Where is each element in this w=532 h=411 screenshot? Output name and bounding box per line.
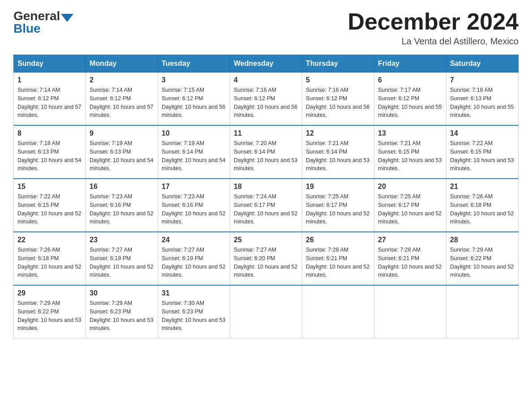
day-of-week-header: Monday [86,55,158,73]
day-number: 8 [17,129,82,137]
logo-arrow-icon [61,14,73,22]
day-info: Sunrise: 7:17 AMSunset: 6:12 PMDaylight:… [378,86,442,120]
day-info: Sunrise: 7:19 AMSunset: 6:14 PMDaylight:… [162,139,226,173]
day-number: 12 [306,129,370,137]
day-info: Sunrise: 7:27 AMSunset: 6:19 PMDaylight:… [90,246,154,279]
calendar-day-cell: 14 Sunrise: 7:22 AMSunset: 6:15 PMDaylig… [446,125,519,179]
calendar-day-cell: 26 Sunrise: 7:28 AMSunset: 6:21 PMDaylig… [302,232,374,285]
calendar-week-row: 15 Sunrise: 7:22 AMSunset: 6:15 PMDaylig… [14,179,519,232]
day-number: 24 [162,236,226,244]
day-number: 31 [162,289,226,297]
day-number: 22 [17,236,82,244]
location-subtitle: La Venta del Astillero, Mexico [348,36,519,47]
calendar-week-row: 1 Sunrise: 7:14 AMSunset: 6:12 PMDayligh… [14,73,519,126]
day-number: 29 [17,289,82,297]
calendar-day-cell [230,285,302,338]
day-number: 26 [306,236,370,244]
calendar-day-cell: 17 Sunrise: 7:23 AMSunset: 6:16 PMDaylig… [158,179,230,232]
day-number: 1 [17,76,82,84]
logo: General Blue [13,9,74,36]
day-info: Sunrise: 7:26 AMSunset: 6:18 PMDaylight:… [17,246,82,279]
day-number: 14 [450,129,515,137]
calendar-day-cell: 18 Sunrise: 7:24 AMSunset: 6:17 PMDaylig… [230,179,302,232]
day-number: 28 [450,236,515,244]
calendar-day-cell [374,285,446,338]
calendar-header-row: SundayMondayTuesdayWednesdayThursdayFrid… [14,55,519,73]
calendar-day-cell: 10 Sunrise: 7:19 AMSunset: 6:14 PMDaylig… [158,125,230,179]
day-info: Sunrise: 7:23 AMSunset: 6:16 PMDaylight:… [162,193,226,226]
calendar-day-cell: 8 Sunrise: 7:18 AMSunset: 6:13 PMDayligh… [14,125,86,179]
calendar-day-cell: 9 Sunrise: 7:19 AMSunset: 6:13 PMDayligh… [86,125,158,179]
calendar-day-cell: 21 Sunrise: 7:26 AMSunset: 6:18 PMDaylig… [446,179,519,232]
calendar-day-cell: 29 Sunrise: 7:29 AMSunset: 6:22 PMDaylig… [14,285,86,338]
day-number: 10 [162,129,226,137]
day-info: Sunrise: 7:30 AMSunset: 6:23 PMDaylight:… [162,299,226,333]
day-number: 21 [450,183,515,191]
day-of-week-header: Friday [374,55,446,73]
month-year-title: December 2024 [348,9,519,34]
calendar-day-cell [302,285,374,338]
calendar-day-cell: 31 Sunrise: 7:30 AMSunset: 6:23 PMDaylig… [158,285,230,338]
calendar-day-cell: 13 Sunrise: 7:21 AMSunset: 6:15 PMDaylig… [374,125,446,179]
day-number: 13 [378,129,442,137]
calendar-day-cell: 28 Sunrise: 7:29 AMSunset: 6:22 PMDaylig… [446,232,519,285]
calendar-day-cell: 11 Sunrise: 7:20 AMSunset: 6:14 PMDaylig… [230,125,302,179]
day-info: Sunrise: 7:22 AMSunset: 6:15 PMDaylight:… [450,139,515,173]
calendar-day-cell: 22 Sunrise: 7:26 AMSunset: 6:18 PMDaylig… [14,232,86,285]
day-info: Sunrise: 7:21 AMSunset: 6:14 PMDaylight:… [306,139,370,173]
day-info: Sunrise: 7:24 AMSunset: 6:17 PMDaylight:… [234,193,298,226]
calendar-day-cell: 27 Sunrise: 7:28 AMSunset: 6:21 PMDaylig… [374,232,446,285]
calendar-day-cell: 6 Sunrise: 7:17 AMSunset: 6:12 PMDayligh… [374,73,446,126]
day-number: 16 [90,183,154,191]
day-of-week-header: Tuesday [158,55,230,73]
day-info: Sunrise: 7:27 AMSunset: 6:20 PMDaylight:… [234,246,298,279]
day-info: Sunrise: 7:26 AMSunset: 6:18 PMDaylight:… [450,193,515,226]
day-number: 7 [450,76,515,84]
day-number: 2 [90,76,154,84]
calendar-week-row: 29 Sunrise: 7:29 AMSunset: 6:22 PMDaylig… [14,285,519,338]
day-of-week-header: Wednesday [230,55,302,73]
calendar-day-cell: 25 Sunrise: 7:27 AMSunset: 6:20 PMDaylig… [230,232,302,285]
day-info: Sunrise: 7:29 AMSunset: 6:22 PMDaylight:… [17,299,82,333]
day-number: 20 [378,183,442,191]
day-info: Sunrise: 7:18 AMSunset: 6:13 PMDaylight:… [17,139,82,173]
day-info: Sunrise: 7:29 AMSunset: 6:23 PMDaylight:… [90,299,154,333]
calendar-day-cell: 30 Sunrise: 7:29 AMSunset: 6:23 PMDaylig… [86,285,158,338]
day-number: 6 [378,76,442,84]
day-info: Sunrise: 7:14 AMSunset: 6:12 PMDaylight:… [17,86,82,120]
day-info: Sunrise: 7:21 AMSunset: 6:15 PMDaylight:… [378,139,442,173]
day-info: Sunrise: 7:28 AMSunset: 6:21 PMDaylight:… [306,246,370,279]
day-info: Sunrise: 7:27 AMSunset: 6:19 PMDaylight:… [162,246,226,279]
calendar-day-cell: 24 Sunrise: 7:27 AMSunset: 6:19 PMDaylig… [158,232,230,285]
day-info: Sunrise: 7:22 AMSunset: 6:15 PMDaylight:… [17,193,82,226]
calendar-day-cell: 4 Sunrise: 7:16 AMSunset: 6:12 PMDayligh… [230,73,302,126]
day-info: Sunrise: 7:18 AMSunset: 6:13 PMDaylight:… [450,86,515,120]
day-info: Sunrise: 7:25 AMSunset: 6:17 PMDaylight:… [378,193,442,226]
calendar-day-cell: 7 Sunrise: 7:18 AMSunset: 6:13 PMDayligh… [446,73,519,126]
day-number: 18 [234,183,298,191]
day-info: Sunrise: 7:16 AMSunset: 6:12 PMDaylight:… [306,86,370,120]
day-number: 25 [234,236,298,244]
calendar-day-cell: 23 Sunrise: 7:27 AMSunset: 6:19 PMDaylig… [86,232,158,285]
page-header: General Blue December 2024 La Venta del … [13,9,519,47]
day-info: Sunrise: 7:25 AMSunset: 6:17 PMDaylight:… [306,193,370,226]
calendar-day-cell: 5 Sunrise: 7:16 AMSunset: 6:12 PMDayligh… [302,73,374,126]
day-number: 11 [234,129,298,137]
day-of-week-header: Saturday [446,55,519,73]
day-info: Sunrise: 7:19 AMSunset: 6:13 PMDaylight:… [90,139,154,173]
calendar-day-cell: 15 Sunrise: 7:22 AMSunset: 6:15 PMDaylig… [14,179,86,232]
day-number: 9 [90,129,154,137]
day-number: 17 [162,183,226,191]
day-info: Sunrise: 7:14 AMSunset: 6:12 PMDaylight:… [90,86,154,120]
title-block: December 2024 La Venta del Astillero, Me… [348,9,519,47]
logo-blue-text: Blue [13,21,41,36]
calendar-day-cell: 20 Sunrise: 7:25 AMSunset: 6:17 PMDaylig… [374,179,446,232]
day-number: 30 [90,289,154,297]
day-number: 4 [234,76,298,84]
day-info: Sunrise: 7:28 AMSunset: 6:21 PMDaylight:… [378,246,442,279]
day-info: Sunrise: 7:23 AMSunset: 6:16 PMDaylight:… [90,193,154,226]
day-info: Sunrise: 7:29 AMSunset: 6:22 PMDaylight:… [450,246,515,279]
calendar-day-cell: 3 Sunrise: 7:15 AMSunset: 6:12 PMDayligh… [158,73,230,126]
day-of-week-header: Thursday [302,55,374,73]
day-number: 27 [378,236,442,244]
